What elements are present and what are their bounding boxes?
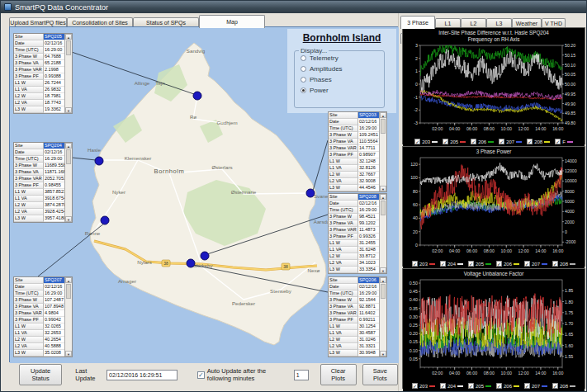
legend-label: 205 bbox=[476, 262, 484, 267]
row-label: L3 W bbox=[14, 350, 44, 357]
save-plots-button[interactable]: Save Plots bbox=[362, 364, 398, 385]
row-value: 14.7711 bbox=[358, 145, 379, 152]
row-label: L2 W bbox=[329, 172, 358, 178]
table-scrollbar[interactable]: ▲▼ bbox=[64, 277, 72, 357]
site-marker-spq207[interactable] bbox=[101, 216, 109, 224]
right-tick-label: 14000 bbox=[565, 158, 577, 163]
site-marker-spq208[interactable] bbox=[201, 252, 209, 260]
legend-checkbox-207[interactable]: ✓ bbox=[524, 261, 530, 267]
titlebar[interactable]: SmartPQ Data Concentrator bbox=[1, 1, 587, 13]
table-scrollbar[interactable]: ▲▼ bbox=[379, 277, 386, 357]
row-value: 64.7688 bbox=[44, 54, 64, 60]
auto-update-minutes-field[interactable] bbox=[294, 370, 309, 380]
site-marker-spq206[interactable] bbox=[187, 259, 195, 267]
scroll-up-icon[interactable]: ▲ bbox=[65, 34, 72, 40]
legend-checkbox-207[interactable]: ✓ bbox=[499, 139, 504, 144]
tab-3-phase[interactable]: 3 Phase bbox=[400, 16, 435, 29]
legend-checkbox-f[interactable]: ✓ bbox=[555, 139, 561, 144]
legend-checkbox-203[interactable]: ✓ bbox=[414, 139, 420, 144]
scroll-down-icon[interactable]: ▼ bbox=[65, 107, 72, 113]
legend-checkbox-207[interactable]: ✓ bbox=[524, 383, 530, 389]
legend-label: 208 bbox=[560, 262, 568, 267]
row-label: 3 Phase VAR bbox=[14, 176, 44, 182]
scroll-down-icon[interactable]: ▼ bbox=[380, 267, 386, 273]
tab-map[interactable]: Map bbox=[199, 15, 265, 28]
legend-checkbox-208[interactable]: ✓ bbox=[552, 261, 558, 267]
scroll-down-icon[interactable]: ▼ bbox=[380, 351, 386, 357]
scroll-down-icon[interactable]: ▼ bbox=[65, 351, 72, 357]
scroll-thumb[interactable] bbox=[381, 119, 386, 134]
site-marker-spq203[interactable] bbox=[306, 189, 315, 197]
x-tick-label: 10:00 bbox=[501, 126, 512, 131]
table-scrollbar[interactable]: ▲▼ bbox=[64, 34, 72, 113]
window-title: SmartPQ Data Concentrator bbox=[15, 3, 108, 12]
scroll-up-icon[interactable]: ▲ bbox=[65, 277, 72, 283]
legend-label: 207 bbox=[506, 139, 514, 144]
legend-checkbox-205[interactable]: ✓ bbox=[468, 383, 474, 389]
row-label: L3 W bbox=[14, 215, 44, 222]
right-tick-label: 49.80 bbox=[565, 120, 575, 125]
last-update-field[interactable] bbox=[107, 370, 178, 380]
legend-checkbox-208[interactable]: ✓ bbox=[552, 383, 558, 389]
row-value: 0.99042 bbox=[44, 317, 64, 324]
scroll-down-icon[interactable]: ▼ bbox=[65, 216, 72, 222]
radio-label: Telemetry bbox=[310, 54, 338, 62]
legend-checkbox-208[interactable]: ✓ bbox=[527, 139, 533, 144]
table-scrollbar[interactable]: ▲▼ bbox=[64, 143, 72, 222]
x-tick-label: 02:00 bbox=[432, 248, 443, 253]
legend-checkbox-206[interactable]: ✓ bbox=[496, 261, 502, 267]
scroll-thumb[interactable] bbox=[66, 284, 71, 299]
table-row: L1 VA31.6248 bbox=[329, 247, 379, 253]
legend-checkbox-206[interactable]: ✓ bbox=[471, 139, 476, 144]
site-marker-spq204[interactable] bbox=[95, 157, 103, 165]
map-place-label: Rø bbox=[190, 114, 196, 120]
row-label: L1 W bbox=[14, 189, 44, 196]
chart-3: Voltage Unbalance Factor0.050.100.150.20… bbox=[402, 268, 585, 389]
scroll-thumb[interactable] bbox=[381, 284, 386, 299]
legend-checkbox-206[interactable]: ✓ bbox=[496, 383, 502, 389]
radio-power[interactable]: Power bbox=[301, 87, 384, 94]
table-row: 3 Phase W98.4521 bbox=[329, 214, 379, 220]
row-label: 3 Phase VAR bbox=[329, 227, 358, 234]
legend-checkbox-204[interactable]: ✓ bbox=[440, 261, 446, 267]
legend-checkbox-205[interactable]: ✓ bbox=[468, 261, 474, 267]
scroll-up-icon[interactable]: ▲ bbox=[65, 143, 72, 149]
legend-item-f: ✓F bbox=[555, 139, 573, 144]
clear-plots-button[interactable]: Clear Plots bbox=[320, 364, 357, 385]
row-label: L2 VA bbox=[329, 343, 358, 350]
map-panel[interactable]: 3838SandvigAllingeTejnRøGudhjemHasleKlem… bbox=[9, 26, 398, 362]
radio-phases[interactable]: Phases bbox=[301, 76, 384, 83]
row-value: 107.8948 bbox=[44, 304, 64, 310]
legend-checkbox-203[interactable]: ✓ bbox=[412, 261, 418, 267]
table-scrollbar[interactable]: ▲▼ bbox=[379, 194, 386, 273]
scroll-down-icon[interactable]: ▼ bbox=[380, 186, 386, 191]
scroll-up-icon[interactable]: ▲ bbox=[380, 112, 386, 118]
radio-amplitudes[interactable]: Amplitudes bbox=[301, 65, 384, 73]
auto-update-checkbox[interactable]: ✓ bbox=[197, 371, 205, 379]
update-status-button[interactable]: Update Status bbox=[19, 364, 62, 385]
scroll-thumb[interactable] bbox=[66, 149, 71, 164]
x-tick-label: 08:00 bbox=[484, 371, 495, 375]
right-tick-label: 50.20 bbox=[565, 43, 575, 48]
row-label: Site bbox=[329, 194, 358, 201]
right-tick-label: 1.80 bbox=[565, 300, 573, 305]
scroll-thumb[interactable] bbox=[381, 201, 386, 215]
table-scrollbar[interactable]: ▲▼ bbox=[379, 112, 386, 191]
table-row: 3 Phase VA99.1202 bbox=[329, 220, 379, 227]
map-place-label: Østerlars bbox=[211, 164, 232, 170]
scroll-thumb[interactable] bbox=[66, 40, 71, 55]
row-value: 26.9832 bbox=[44, 87, 64, 93]
row-label: Date bbox=[14, 40, 44, 47]
scroll-up-icon[interactable]: ▲ bbox=[380, 194, 386, 200]
radio-telemetry[interactable]: Telemetry bbox=[301, 54, 384, 62]
row-value: 92.1544 bbox=[358, 297, 379, 304]
row-value: 4.9804 bbox=[44, 310, 64, 317]
legend-checkbox-204[interactable]: ✓ bbox=[440, 383, 446, 389]
site-marker-spq205[interactable] bbox=[193, 92, 201, 100]
row-value: 32.1248 bbox=[358, 158, 379, 165]
table-row: 3 Phase VAR11.6402 bbox=[329, 310, 379, 317]
left-tick-label: 0.50 bbox=[409, 281, 418, 286]
legend-checkbox-205[interactable]: ✓ bbox=[443, 139, 448, 144]
legend-checkbox-203[interactable]: ✓ bbox=[412, 383, 418, 389]
scroll-up-icon[interactable]: ▲ bbox=[380, 277, 386, 283]
